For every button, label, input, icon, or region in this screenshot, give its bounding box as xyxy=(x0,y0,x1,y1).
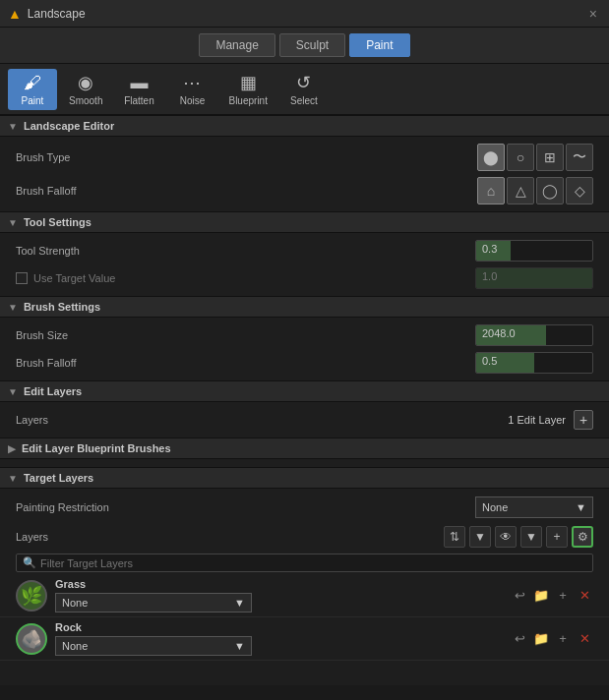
visibility-dropdown[interactable]: ▼ xyxy=(520,526,542,548)
rock-folder-button[interactable]: 📁 xyxy=(532,630,550,648)
edit-layers-arrow: ▼ xyxy=(8,386,18,397)
window-title: Landscape xyxy=(28,7,585,21)
rock-remove-button[interactable]: ✕ xyxy=(576,630,593,648)
brush-falloff-row: Brush Falloff ⌂ △ ◯ ◇ xyxy=(0,174,609,207)
add-target-layer-button[interactable]: + xyxy=(546,526,568,548)
rock-info: Rock None ▼ xyxy=(55,621,503,656)
edit-layers-title: Edit Layers xyxy=(24,385,82,397)
close-button[interactable]: × xyxy=(585,6,601,22)
rock-back-button[interactable]: ↩ xyxy=(511,630,528,648)
select-tool[interactable]: ↺ Select xyxy=(279,68,329,110)
use-target-label: Use Target Value xyxy=(33,272,115,284)
tool-strength-value: 0.3 xyxy=(482,243,497,255)
tool-settings-arrow: ▼ xyxy=(8,217,18,228)
brush-falloff-value: 0.5 xyxy=(482,355,497,367)
brush-size-row: Brush Size 2048.0 xyxy=(0,321,609,349)
add-layer-button[interactable]: + xyxy=(574,410,593,430)
brush-falloff-label: Brush Falloff xyxy=(16,185,477,197)
manage-button[interactable]: Manage xyxy=(199,33,274,57)
filter-input[interactable] xyxy=(40,557,586,569)
search-bar[interactable]: 🔍 xyxy=(16,554,593,572)
paint-button[interactable]: Paint xyxy=(349,33,409,57)
layers-label: Layers xyxy=(16,414,508,426)
visibility-button[interactable]: 👁 xyxy=(495,526,517,548)
smooth-label: Smooth xyxy=(69,95,102,106)
painting-restriction-dropdown[interactable]: None ▼ xyxy=(475,496,593,518)
brush-falloff-diamond[interactable]: ◇ xyxy=(566,177,593,204)
settings-button[interactable]: ⚙ xyxy=(572,526,593,548)
tool-settings-header[interactable]: ▼ Tool Settings xyxy=(0,211,609,233)
brush-type-circle-outline[interactable]: ○ xyxy=(507,144,534,171)
blueprint-brushes-arrow: ▶ xyxy=(8,443,16,454)
flatten-icon: ▬ xyxy=(130,73,148,93)
brush-type-row: Brush Type ⬤ ○ ⊞ 〜 xyxy=(0,141,609,174)
layers-toolbar-buttons: ⇅ ▼ 👁 ▼ + ⚙ xyxy=(444,526,593,548)
brush-size-value: 2048.0 xyxy=(482,327,516,339)
grass-back-button[interactable]: ↩ xyxy=(511,587,528,605)
blueprint-brushes-title: Edit Layer Blueprint Brushes xyxy=(22,442,171,454)
blueprint-brushes-header[interactable]: ▶ Edit Layer Blueprint Brushes xyxy=(0,438,609,459)
use-target-row: Use Target Value 1.0 xyxy=(0,264,609,292)
tool-settings-title: Tool Settings xyxy=(24,216,91,228)
painting-restriction-value: None xyxy=(482,501,508,513)
tool-settings-content: Tool Strength 0.3 Use Target Value 1.0 xyxy=(0,233,609,296)
brush-type-label: Brush Type xyxy=(16,151,477,163)
rock-thumbnail: 🪨 xyxy=(16,623,47,655)
use-target-checkbox[interactable] xyxy=(16,272,28,284)
target-layers-arrow: ▼ xyxy=(8,473,18,484)
painting-restriction-row: Painting Restriction None ▼ xyxy=(0,493,609,522)
flatten-tool[interactable]: ▬ Flatten xyxy=(114,69,163,110)
rock-dropdown-value: None xyxy=(62,640,88,652)
brush-settings-header[interactable]: ▼ Brush Settings xyxy=(0,296,609,318)
grass-dropdown-arrow: ▼ xyxy=(234,597,245,609)
rock-dropdown-arrow: ▼ xyxy=(234,640,245,652)
main-toolbar: Manage Sculpt Paint xyxy=(0,28,609,64)
landscape-editor-header[interactable]: ▼ Landscape Editor xyxy=(0,115,609,137)
brush-settings-arrow: ▼ xyxy=(8,302,18,313)
target-layers-title: Target Layers xyxy=(24,472,93,484)
target-value-input[interactable]: 1.0 xyxy=(475,267,593,289)
rock-dropdown[interactable]: None ▼ xyxy=(55,636,252,656)
smooth-tool[interactable]: ◉ Smooth xyxy=(61,68,110,110)
tool-strength-row: Tool Strength 0.3 xyxy=(0,237,609,264)
brush-falloff-trapezoid[interactable]: ⌂ xyxy=(477,177,505,204)
brush-type-grid[interactable]: ⊞ xyxy=(536,144,564,171)
grass-dropdown[interactable]: None ▼ xyxy=(55,593,252,612)
grass-add-button[interactable]: + xyxy=(554,587,572,605)
select-icon: ↺ xyxy=(296,72,311,93)
select-label: Select xyxy=(290,95,318,106)
sort-button[interactable]: ⇅ xyxy=(444,526,465,548)
landscape-editor-title: Landscape Editor xyxy=(24,120,114,132)
tools-row: 🖌 Paint ◉ Smooth ▬ Flatten ⋯ Noise ▦ Blu… xyxy=(0,64,609,115)
blueprint-tool[interactable]: ▦ Blueprint xyxy=(220,68,274,110)
brush-falloff-setting-row: Brush Falloff 0.5 xyxy=(0,349,609,377)
brush-falloff-triangle[interactable]: △ xyxy=(507,177,534,204)
sculpt-button[interactable]: Sculpt xyxy=(279,33,345,57)
brush-falloff-input[interactable]: 0.5 xyxy=(475,352,593,374)
painting-dropdown-arrow: ▼ xyxy=(576,501,586,513)
brush-size-input[interactable]: 2048.0 xyxy=(475,324,593,346)
grass-remove-button[interactable]: ✕ xyxy=(576,587,593,605)
edit-layers-header[interactable]: ▼ Edit Layers xyxy=(0,380,609,402)
rock-add-button[interactable]: + xyxy=(554,630,572,648)
paint-icon: 🖌 xyxy=(24,73,41,93)
layers-value-area: 1 Edit Layer + xyxy=(508,410,593,430)
blueprint-label: Blueprint xyxy=(228,95,267,106)
noise-label: Noise xyxy=(180,95,206,106)
grass-name: Grass xyxy=(55,578,503,590)
layers-toolbar: Layers ⇅ ▼ 👁 ▼ + ⚙ xyxy=(0,522,609,552)
brush-type-wave[interactable]: 〜 xyxy=(566,144,593,171)
brush-falloff-circle[interactable]: ◯ xyxy=(536,177,564,204)
target-layers-header[interactable]: ▼ Target Layers xyxy=(0,467,609,489)
noise-tool[interactable]: ⋯ Noise xyxy=(167,68,216,110)
tool-strength-input[interactable]: 0.3 xyxy=(475,240,593,262)
rock-name: Rock xyxy=(55,621,503,633)
brush-type-circle-solid[interactable]: ⬤ xyxy=(477,144,505,171)
sort-dropdown[interactable]: ▼ xyxy=(469,526,491,548)
noise-icon: ⋯ xyxy=(183,72,201,93)
grass-folder-button[interactable]: 📁 xyxy=(532,587,550,605)
paint-tool[interactable]: 🖌 Paint xyxy=(8,69,57,110)
target-value: 1.0 xyxy=(482,270,497,282)
search-icon: 🔍 xyxy=(23,556,36,569)
brush-falloff-setting-label: Brush Falloff xyxy=(16,357,475,369)
